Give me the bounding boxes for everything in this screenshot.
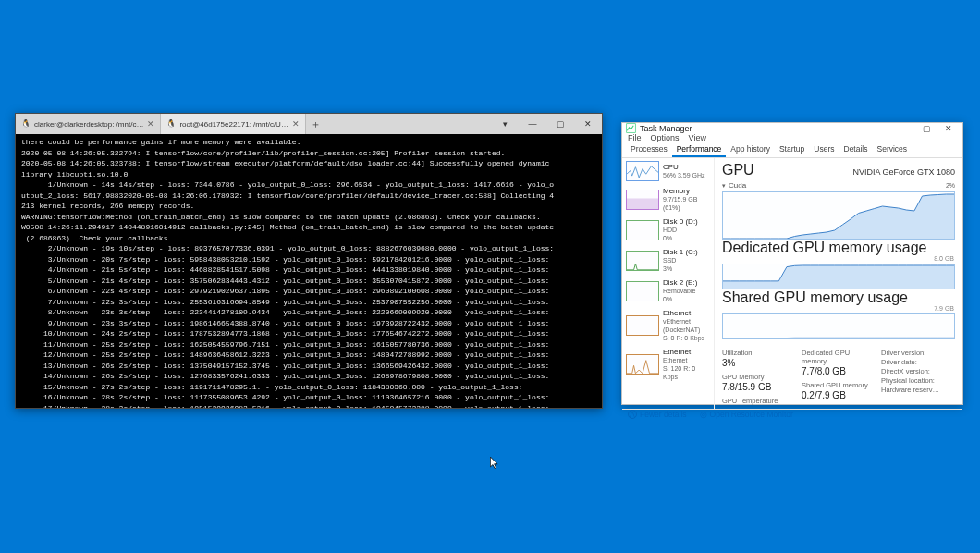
maximize-icon[interactable]: ▢ [916, 124, 937, 133]
open-resource-monitor-link[interactable]: ◎ Open Resource Monitor [700, 410, 793, 419]
eth1-sub: Ethernet [663, 356, 710, 364]
chevron-up-icon: ⋀ [628, 410, 637, 419]
shared-mem-label: Shared GPU memory usage [722, 289, 908, 305]
close-icon[interactable]: ✕ [938, 124, 959, 133]
sidebar-item-memory[interactable]: Memory9.7/15.9 GB (61%) [622, 184, 714, 215]
gpu-heading: GPU [722, 162, 754, 178]
tab-users[interactable]: Users [809, 142, 839, 157]
disk1-pct: 3% [663, 264, 698, 273]
eth1-label: Ethernet [663, 348, 710, 356]
terminal-window: 🐧 clarker@clarkerdesktop: /mnt/c… ✕ 🐧 ro… [15, 113, 603, 409]
performance-sidebar: CPU56% 3.59 GHz Memory9.7/15.9 GB (61%) … [622, 158, 715, 409]
gpumem-value: 7.8/15.9 GB [722, 382, 796, 392]
task-manager-title: Task Manager [640, 124, 692, 133]
chevron-down-icon[interactable]: ▾ [491, 114, 519, 134]
close-icon[interactable]: ✕ [292, 119, 300, 129]
disk0-sub: HDD [663, 226, 698, 234]
dedicated-gpu-mem-chart[interactable]: 8.0 GB [722, 264, 955, 289]
minimize-icon[interactable]: ― [519, 114, 546, 134]
penguin-icon: 🐧 [21, 119, 31, 129]
dedicated-mem-label: Dedicated GPU memory usage [722, 240, 926, 255]
task-manager-icon [626, 123, 636, 133]
disk1-label: Disk 1 (C:) [663, 248, 698, 256]
sidebar-item-disk2[interactable]: Disk 2 (E:)Removable0% [622, 276, 714, 306]
drvdate-label: Driver date: [881, 358, 955, 366]
task-manager-window: Task Manager ― ▢ ✕ File Options View Pro… [621, 122, 963, 405]
ded-label: Dedicated GPU memory [802, 349, 876, 365]
gpu-stats-grid: Utilization 3% GPU Memory 7.8/15.9 GB GP… [722, 349, 955, 405]
eth0-label: Ethernet [663, 309, 710, 317]
sidebar-item-disk1[interactable]: Disk 1 (C:)SSD3% [622, 245, 714, 276]
terminal-tab-2-label: root@46d175e22171: /mnt/c/U… [179, 120, 288, 129]
chevron-down-icon[interactable]: ▾ [722, 182, 726, 190]
util-value: 3% [722, 358, 796, 368]
menu-options[interactable]: Options [651, 133, 680, 142]
tab-startup[interactable]: Startup [775, 142, 809, 157]
disk1-sub: SSD [663, 256, 698, 264]
shared-value: 0.2/7.9 GB [802, 390, 876, 400]
gpu-panel: GPU NVIDIA GeForce GTX 1080 ▾ Cuda 2% De… [715, 158, 962, 409]
task-manager-titlebar[interactable]: Task Manager ― ▢ ✕ [622, 123, 962, 133]
disk0-label: Disk 0 (D:) [663, 217, 698, 226]
dx-label: DirectX version: [881, 367, 955, 375]
terminal-output[interactable]: there could be performance gains if more… [16, 134, 602, 408]
tab-details[interactable]: Details [839, 142, 873, 157]
terminal-window-controls: ▾ ― ▢ ✕ [491, 114, 602, 134]
sidebar-item-ethernet-docker[interactable]: EthernetvEthernet (DockerNAT)S: 0 R: 0 K… [622, 306, 714, 345]
sidebar-item-disk0[interactable]: Disk 0 (D:)HDD0% [622, 215, 714, 245]
disk0-pct: 0% [663, 234, 698, 242]
terminal-tab-2[interactable]: 🐧 root@46d175e22171: /mnt/c/U… ✕ [161, 114, 306, 134]
gpu-subtab-cuda[interactable]: Cuda [729, 181, 746, 190]
minimize-icon[interactable]: ― [894, 124, 914, 133]
disk2-label: Disk 2 (E:) [663, 278, 697, 287]
fewer-details-link[interactable]: ⋀ Fewer details [628, 410, 687, 419]
mem-label: Memory [663, 187, 710, 195]
shared-gpu-mem-chart[interactable]: 7.9 GB [722, 313, 955, 339]
disk2-pct: 0% [663, 295, 697, 303]
menu-file[interactable]: File [628, 133, 642, 142]
close-icon[interactable]: ✕ [147, 119, 154, 129]
dedicated-mem-max: 8.0 GB [934, 255, 954, 262]
mem-sub: 9.7/15.9 GB (61%) [663, 195, 710, 212]
gputemp-label: GPU Temperature [722, 397, 796, 405]
terminal-tab-1[interactable]: 🐧 clarker@clarkerdesktop: /mnt/c… ✕ [16, 114, 161, 134]
menu-view[interactable]: View [689, 133, 706, 142]
task-manager-body: CPU56% 3.59 GHz Memory9.7/15.9 GB (61%) … [622, 158, 962, 409]
cursor-icon [490, 457, 499, 470]
sidebar-item-cpu[interactable]: CPU56% 3.59 GHz [622, 158, 714, 184]
eth1-rate: S: 120 R: 0 Kbps [663, 364, 710, 381]
sidebar-item-ethernet[interactable]: EthernetEthernetS: 120 R: 0 Kbps [622, 345, 714, 384]
shared-mem-max: 7.9 GB [934, 305, 954, 312]
monitor-icon: ◎ [700, 410, 707, 419]
gpu-subtab-pct: 2% [946, 182, 955, 189]
cuda-usage-chart[interactable] [722, 191, 955, 240]
new-tab-button[interactable]: ＋ [306, 114, 326, 134]
gpu-model: NVIDIA GeForce GTX 1080 [852, 167, 955, 177]
cpu-sub: 56% 3.59 GHz [663, 171, 705, 179]
tab-processes[interactable]: Processes [626, 142, 672, 157]
tab-services[interactable]: Services [872, 142, 912, 157]
drv-label: Driver version: [881, 349, 955, 357]
util-label: Utilization [722, 349, 796, 357]
gpumem-label: GPU Memory [722, 373, 796, 381]
penguin-icon: 🐧 [166, 119, 176, 129]
tab-performance[interactable]: Performance [672, 142, 727, 157]
svg-rect-0 [627, 124, 636, 133]
close-icon[interactable]: ✕ [574, 114, 602, 134]
task-manager-footer: ⋀ Fewer details ◎ Open Resource Monitor [622, 409, 962, 419]
terminal-tab-1-label: clarker@clarkerdesktop: /mnt/c… [34, 120, 143, 129]
ded-value: 7.7/8.0 GB [802, 366, 876, 376]
cpu-label: CPU [663, 163, 705, 171]
shared-label: Shared GPU memory [802, 381, 876, 389]
task-manager-tabs: Processes Performance App history Startu… [622, 142, 962, 158]
task-manager-menubar: File Options View [622, 133, 962, 142]
disk2-sub: Removable [663, 287, 697, 295]
maximize-icon[interactable]: ▢ [546, 114, 574, 134]
tab-app-history[interactable]: App history [726, 142, 775, 157]
eth0-rate: S: 0 R: 0 Kbps [663, 334, 710, 342]
eth0-sub: vEthernet (DockerNAT) [663, 317, 710, 334]
loc-label: Physical location: [881, 376, 955, 385]
svg-rect-1 [627, 198, 658, 209]
hw-label: Hardware reserv… [881, 386, 955, 394]
terminal-tabstrip: 🐧 clarker@clarkerdesktop: /mnt/c… ✕ 🐧 ro… [16, 114, 602, 134]
